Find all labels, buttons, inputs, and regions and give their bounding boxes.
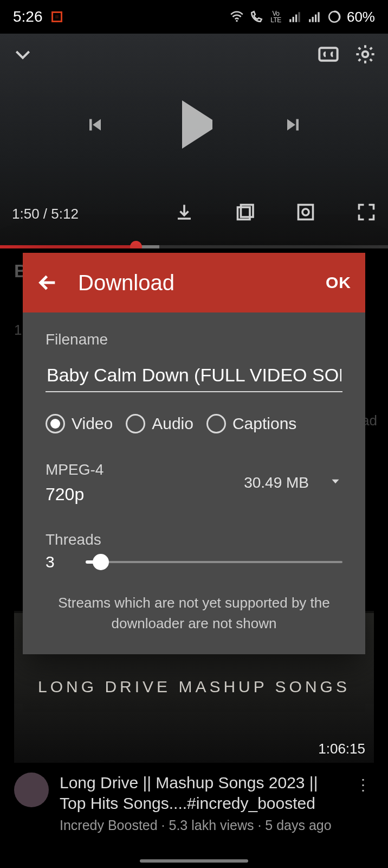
svg-rect-6: [312, 17, 314, 22]
dialog-back-icon[interactable]: [37, 272, 59, 293]
download-dialog: Download OK Filename Video Audio Caption…: [23, 253, 365, 654]
format-container: MPEG-4: [46, 458, 104, 481]
signal-2-icon: [308, 10, 322, 24]
battery-percent: 60%: [347, 9, 375, 25]
status-time: 5:26: [13, 8, 43, 25]
video-card-subtitle: Incredy Boosted · 5.3 lakh views · 5 day…: [60, 818, 341, 833]
collapse-icon[interactable]: [12, 43, 34, 67]
svg-rect-14: [299, 205, 313, 220]
signal-1-icon: [288, 10, 302, 24]
svg-point-0: [236, 20, 237, 22]
volte-icon: VoLTE: [269, 10, 283, 24]
thumbnail-text: LONG DRIVE MASHUP SONGS: [38, 678, 350, 696]
channel-avatar[interactable]: [14, 773, 49, 807]
format-selector[interactable]: MPEG-4 720p 30.49 MB: [46, 458, 342, 507]
progress-thumb[interactable]: [130, 241, 142, 248]
radio-audio[interactable]: Audio: [126, 414, 193, 433]
svg-point-15: [302, 209, 309, 215]
dialog-note: Streams which are not yet supported by t…: [46, 593, 342, 634]
radio-captions-label: Captions: [232, 414, 296, 433]
svg-rect-4: [298, 12, 300, 22]
download-icon[interactable]: [174, 202, 194, 226]
svg-rect-5: [309, 19, 311, 22]
dialog-header: Download OK: [23, 253, 365, 312]
svg-rect-7: [315, 15, 316, 22]
background-play-icon[interactable]: [296, 202, 315, 226]
player-duration: 5:12: [51, 206, 79, 222]
captions-icon[interactable]: [318, 43, 339, 67]
radio-video-indicator: [46, 414, 65, 433]
thumbnail-duration: 1:06:15: [315, 739, 368, 758]
previous-track-button[interactable]: [85, 115, 104, 135]
radio-captions[interactable]: Captions: [206, 414, 296, 433]
video-player[interactable]: 1:50 / 5:12: [0, 34, 388, 248]
radio-video-label: Video: [72, 414, 113, 433]
status-bar: 5:26 VoLTE 60%: [0, 0, 388, 34]
video-card-more-icon[interactable]: ⋮: [352, 773, 374, 797]
radio-captions-indicator: [206, 414, 226, 433]
radio-video[interactable]: Video: [46, 414, 113, 433]
format-resolution: 720p: [46, 481, 104, 507]
gesture-nav-indicator: [140, 859, 248, 863]
dropdown-icon[interactable]: [328, 474, 342, 492]
wifi-icon: [230, 10, 244, 24]
svg-rect-3: [295, 15, 297, 22]
threads-label: Threads: [46, 531, 342, 548]
play-button[interactable]: [176, 120, 212, 130]
screen-record-icon: [51, 11, 62, 22]
svg-rect-10: [319, 48, 337, 60]
svg-rect-8: [318, 12, 319, 22]
svg-rect-1: [289, 19, 291, 22]
video-card-title[interactable]: Long Drive || Mashup Songs 2023 || Top H…: [60, 773, 341, 813]
radio-audio-label: Audio: [152, 414, 193, 433]
format-size: 30.49 MB: [244, 474, 309, 492]
next-track-button[interactable]: [284, 115, 303, 135]
filename-label: Filename: [46, 331, 342, 348]
battery-ring-icon: [327, 10, 341, 24]
player-current-time: 1:50: [12, 206, 40, 222]
stream-type-radios: Video Audio Captions: [46, 414, 342, 433]
slider-thumb[interactable]: [93, 554, 109, 570]
dialog-title: Download: [78, 271, 174, 295]
fullscreen-icon[interactable]: [357, 202, 376, 226]
radio-audio-indicator: [126, 414, 145, 433]
popup-player-icon[interactable]: [235, 202, 255, 226]
dialog-ok-button[interactable]: OK: [326, 273, 351, 292]
svg-rect-2: [293, 17, 294, 22]
wifi-calling-icon: [249, 10, 263, 24]
player-time-separator: /: [40, 206, 51, 222]
threads-slider[interactable]: [86, 553, 342, 571]
filename-input[interactable]: [46, 362, 342, 392]
svg-point-11: [363, 52, 368, 58]
settings-gear-icon[interactable]: [354, 43, 376, 67]
threads-value: 3: [46, 553, 62, 571]
